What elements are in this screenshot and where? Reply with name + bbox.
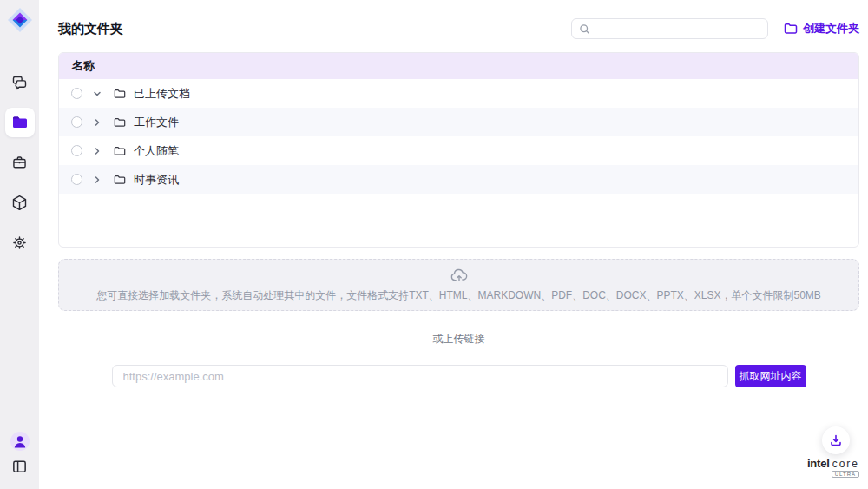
app-logo-icon	[5, 5, 35, 35]
brand-ultra-badge: ultra	[832, 471, 859, 478]
create-folder-icon	[784, 22, 798, 36]
row-checkbox[interactable]	[71, 145, 82, 156]
upload-dropzone[interactable]: 您可直接选择加载文件夹，系统自动处理其中的文件，文件格式支持TXT、HTML、M…	[58, 259, 859, 311]
intel-core-ultra-logo: intel core ultra	[807, 457, 859, 478]
sidebar-bottom	[0, 432, 39, 475]
url-input[interactable]	[112, 365, 728, 387]
sidebar-item-models[interactable]	[5, 188, 35, 217]
row-checkbox[interactable]	[71, 174, 82, 185]
table-row[interactable]: 工作文件	[59, 108, 858, 136]
panel-toggle-icon	[11, 459, 28, 475]
cube-icon	[10, 194, 29, 212]
folder-icon	[114, 145, 126, 157]
sidebar-nav	[5, 68, 35, 268]
cloud-upload-icon	[450, 267, 469, 286]
folder-icon	[114, 88, 126, 100]
or-upload-link-label: 或上传链接	[58, 332, 859, 347]
chevron-down-icon[interactable]	[92, 89, 102, 99]
brand-core-text: core	[832, 458, 859, 470]
panel-toggle[interactable]	[11, 459, 28, 475]
user-avatar-icon	[10, 432, 30, 451]
page-title: 我的文件夹	[58, 21, 123, 37]
search-box	[571, 18, 768, 39]
sidebar-item-chat[interactable]	[5, 68, 35, 97]
table-row[interactable]: 已上传文档	[59, 79, 858, 108]
sidebar	[0, 0, 39, 489]
fetch-url-button[interactable]: 抓取网址内容	[735, 365, 806, 387]
page-header: 我的文件夹 创建文件夹	[58, 0, 859, 40]
name-column-header: 名称	[72, 58, 95, 74]
folder-icon	[114, 116, 126, 129]
create-folder-label: 创建文件夹	[803, 21, 859, 36]
search-icon	[579, 23, 590, 35]
folder-table: 名称 已上传文档 工作文件	[58, 52, 859, 248]
gear-icon	[10, 234, 29, 252]
folder-name[interactable]: 已上传文档	[134, 86, 190, 102]
row-checkbox[interactable]	[71, 88, 82, 99]
sidebar-item-folders[interactable]	[5, 108, 35, 137]
brand-intel-text: intel	[807, 457, 830, 470]
folder-icon	[114, 174, 126, 186]
search-input[interactable]	[595, 23, 760, 35]
row-checkbox[interactable]	[71, 116, 82, 128]
main-content: 我的文件夹 创建文件夹	[39, 0, 868, 489]
sidebar-item-settings[interactable]	[5, 228, 35, 257]
folder-name[interactable]: 个人随笔	[134, 143, 179, 159]
sidebar-item-workspace[interactable]	[5, 148, 35, 177]
briefcase-icon	[10, 154, 29, 172]
folder-name[interactable]: 工作文件	[134, 115, 179, 130]
download-fab-button[interactable]	[822, 426, 850, 454]
folder-name[interactable]: 时事资讯	[134, 172, 179, 188]
chevron-right-icon[interactable]	[92, 146, 102, 156]
chat-icon	[10, 74, 29, 92]
table-header: 名称	[59, 53, 858, 79]
create-folder-button[interactable]: 创建文件夹	[784, 21, 859, 36]
chevron-right-icon[interactable]	[92, 117, 102, 128]
user-avatar[interactable]	[10, 432, 30, 451]
chevron-right-icon[interactable]	[92, 175, 102, 185]
table-row[interactable]: 个人随笔	[59, 136, 858, 165]
folder-icon	[11, 114, 29, 131]
url-upload-row: 抓取网址内容	[112, 365, 806, 387]
upload-hint: 您可直接选择加载文件夹，系统自动处理其中的文件，文件格式支持TXT、HTML、M…	[96, 288, 821, 303]
download-icon	[829, 433, 843, 447]
table-row[interactable]: 时事资讯	[59, 165, 858, 194]
